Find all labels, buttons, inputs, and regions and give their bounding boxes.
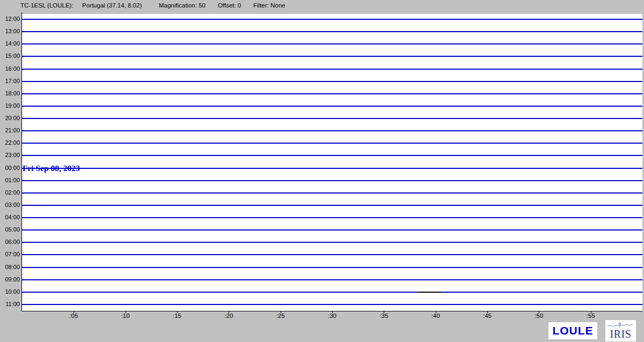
- trace-line: [22, 168, 642, 169]
- hour-label: 06:00: [0, 239, 20, 245]
- hour-label: 19:00: [0, 102, 20, 109]
- trace-line: [22, 56, 642, 57]
- iris-logo-text: IRIS: [610, 329, 632, 339]
- trace-line: [22, 229, 642, 231]
- y-axis-line: [21, 12, 22, 311]
- x-tick-label: :30: [321, 313, 343, 319]
- date-annotation: Fri Sep 08, 2023: [23, 163, 80, 173]
- station-id-label: TC-1ESL (LOULE):: [20, 2, 74, 9]
- trace-line: [22, 130, 642, 131]
- x-tick-label: :35: [373, 313, 394, 319]
- hour-label: 08:00: [0, 264, 20, 270]
- trace-line: [22, 43, 642, 44]
- trace-line: [22, 81, 642, 82]
- trace-line: [22, 19, 642, 20]
- trace-line: [22, 106, 642, 107]
- x-tick-label: :10: [115, 313, 136, 319]
- trace-line: [22, 279, 642, 280]
- hour-label: 11:00: [0, 301, 20, 307]
- trace-line: [22, 254, 642, 255]
- hour-label: 05:00: [0, 226, 20, 233]
- hour-label: 13:00: [0, 28, 20, 34]
- trace-line: [22, 192, 642, 194]
- x-axis-line: [21, 311, 642, 311]
- hour-label: 07:00: [0, 251, 20, 257]
- x-tick-label: :45: [477, 313, 498, 319]
- trace-line: [22, 180, 642, 181]
- magnification-label: Magnification: 50: [159, 2, 206, 9]
- trace-line: [22, 93, 642, 94]
- hour-label: 12:00: [0, 16, 20, 22]
- trace-line: [22, 31, 642, 32]
- x-tick-label: :25: [270, 313, 291, 319]
- hour-label: 17:00: [0, 78, 20, 84]
- station-button[interactable]: LOULE: [548, 322, 597, 339]
- hour-label: 04:00: [0, 214, 20, 220]
- trace-line: [22, 155, 642, 156]
- filter-label: Filter: None: [253, 2, 285, 9]
- x-tick-label: :55: [580, 313, 602, 319]
- hour-label: 10:00: [0, 288, 20, 295]
- trace-line: [22, 267, 642, 268]
- station-location-label: Portugal (37.14, 8.02): [82, 2, 142, 9]
- trace-line: [22, 217, 642, 218]
- iris-logo: IRIS: [605, 320, 636, 341]
- seismogram-viewer-window: TC-1ESL (LOULE): Portugal (37.14, 8.02) …: [0, 0, 644, 342]
- hour-label: 09:00: [0, 276, 20, 282]
- hour-label: 22:00: [0, 139, 20, 146]
- hour-label: 16:00: [0, 65, 20, 72]
- trace-line: [22, 292, 642, 293]
- x-tick-label: :40: [425, 313, 447, 319]
- hour-label: 02:00: [0, 189, 20, 196]
- x-tick-label: :50: [528, 313, 550, 319]
- hour-label: 18:00: [0, 90, 20, 96]
- hour-label: 15:00: [0, 53, 20, 59]
- trace-line: [22, 242, 642, 243]
- trace-line: [22, 205, 642, 206]
- hour-label: 01:00: [0, 177, 20, 183]
- x-tick-label: :05: [63, 313, 84, 319]
- x-tick-label: :15: [166, 313, 188, 319]
- x-tick-label: :20: [218, 313, 239, 319]
- trace-event-segment: [418, 292, 442, 293]
- trace-line: [22, 304, 642, 305]
- hour-label: 23:00: [0, 152, 20, 158]
- hour-label: 03:00: [0, 202, 20, 208]
- hour-label: 21:00: [0, 127, 20, 133]
- offset-label: Offset: 0: [218, 2, 241, 9]
- hour-label: 20:00: [0, 115, 20, 121]
- hour-label: 00:00: [0, 165, 20, 171]
- hour-label: 14:00: [0, 40, 20, 47]
- trace-line: [22, 69, 642, 70]
- trace-line: [22, 118, 642, 119]
- trace-line: [22, 143, 642, 144]
